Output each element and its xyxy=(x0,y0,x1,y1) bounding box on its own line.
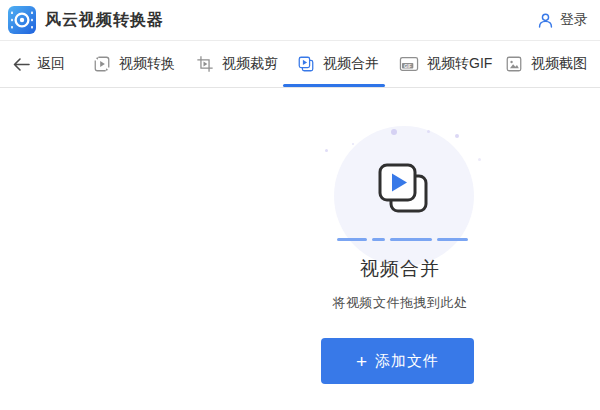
back-button[interactable]: 返回 xyxy=(12,41,65,87)
back-label: 返回 xyxy=(37,55,65,73)
tab-video-crop[interactable]: 视频裁剪 xyxy=(196,41,278,87)
drop-hint: 将视频文件拖拽到此处 xyxy=(250,294,550,312)
video-merge-icon xyxy=(297,55,315,73)
user-icon xyxy=(537,12,554,29)
decorative-dot xyxy=(391,129,397,135)
tab-label: 视频截图 xyxy=(531,55,587,73)
tab-label: 视频裁剪 xyxy=(222,55,278,73)
add-files-label: 添加文件 xyxy=(375,352,439,371)
app-window: 风云视频转换器 登录 返回 视频转换 xyxy=(0,0,600,410)
video-crop-icon xyxy=(196,55,214,73)
tab-label: 视频转换 xyxy=(119,55,175,73)
add-files-button[interactable]: + 添加文件 xyxy=(321,338,474,384)
tab-label: 视频转GIF xyxy=(427,55,492,73)
arrow-left-icon xyxy=(12,57,30,72)
gif-icon-text: GIF xyxy=(404,64,412,69)
decorative-dot xyxy=(352,143,354,145)
decorative-dot xyxy=(325,149,328,152)
tab-bar: 返回 视频转换 视频裁剪 xyxy=(0,41,600,88)
page-title: 视频合并 xyxy=(250,256,550,282)
tab-label: 视频合并 xyxy=(323,55,379,73)
decorative-dot xyxy=(455,134,459,138)
video-screenshot-icon xyxy=(505,55,523,73)
app-logo-icon xyxy=(8,6,36,34)
video-convert-icon xyxy=(93,55,111,73)
decorative-dot xyxy=(427,130,430,133)
tab-video-convert[interactable]: 视频转换 xyxy=(93,41,175,87)
login-label: 登录 xyxy=(560,11,588,29)
login-button[interactable]: 登录 xyxy=(537,0,588,40)
decorative-dot xyxy=(478,158,481,161)
app-brand: 风云视频转换器 xyxy=(8,0,164,40)
plus-icon: + xyxy=(356,352,367,371)
tab-video-merge[interactable]: 视频合并 xyxy=(297,41,379,87)
tab-video-to-gif[interactable]: GIF 视频转GIF xyxy=(399,41,492,87)
titlebar: 风云视频转换器 登录 xyxy=(0,0,600,41)
tab-video-screenshot[interactable]: 视频截图 xyxy=(505,41,587,87)
video-to-gif-icon: GIF xyxy=(399,55,419,73)
stacked-video-play-icon xyxy=(377,162,429,214)
active-tab-underline xyxy=(283,84,385,87)
app-title: 风云视频转换器 xyxy=(45,10,164,31)
dashed-line xyxy=(337,238,468,241)
drop-zone[interactable]: 视频合并 将视频文件拖拽到此处 + 添加文件 xyxy=(0,88,600,410)
